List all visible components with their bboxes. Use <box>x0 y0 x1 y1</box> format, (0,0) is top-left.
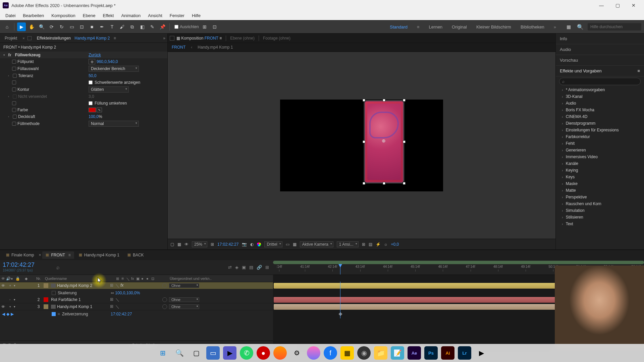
tl-btn[interactable]: ◈ <box>235 265 238 270</box>
menu-ansicht[interactable]: Ansicht <box>145 12 166 19</box>
tree-item[interactable]: Farbkorrektur <box>556 133 644 140</box>
res-icon[interactable]: ⊞ <box>211 242 214 247</box>
blend-dropdown[interactable]: Normal <box>89 121 139 127</box>
facebook-icon[interactable]: f <box>324 346 337 360</box>
notepad-icon[interactable]: 📝 <box>391 346 404 360</box>
invert-checkbox[interactable]: Füllung umkehren <box>89 101 127 106</box>
zoom-tool[interactable]: 🔍 <box>37 22 46 31</box>
resolution-dropdown[interactable]: Drittel <box>264 241 282 247</box>
maximize-button[interactable]: ▢ <box>610 0 625 11</box>
start-icon[interactable]: ⊞ <box>156 346 169 360</box>
tree-item[interactable]: Keys <box>556 174 644 180</box>
menu-bearbeiten[interactable]: Bearbeiten <box>19 12 47 19</box>
alpha-icon[interactable]: ▦ <box>177 242 181 247</box>
info-panel[interactable]: Info <box>556 34 644 44</box>
aftereffects-icon[interactable]: Ae <box>408 346 421 360</box>
help-search[interactable] <box>588 23 641 31</box>
layer-row[interactable]: 👁▾▾ 1 Handy.mp4 Komp 2 ⊞＼fx Ohne <box>0 282 273 289</box>
playhead[interactable] <box>340 264 340 275</box>
stopwatch-icon[interactable] <box>12 87 16 92</box>
timeline-tab[interactable]: Handy.mp4 Komp 1 <box>75 251 123 259</box>
ebene-tab[interactable]: Ebene (ohne) <box>230 36 255 41</box>
tree-item[interactable]: Einstellungen für Expressions <box>556 127 644 133</box>
zoom-dropdown[interactable]: 25% <box>192 241 207 247</box>
workspace-kleiner[interactable]: Kleiner Bildschirm <box>476 24 511 29</box>
tree-item[interactable]: Immersives Video <box>556 154 644 160</box>
effects-search[interactable]: ⌕ <box>559 78 641 85</box>
panel-menu-icon[interactable]: » <box>163 36 165 41</box>
stopwatch-icon[interactable] <box>12 60 16 64</box>
tolerance-value[interactable]: 50,0 <box>89 73 96 78</box>
snap-icon[interactable]: ⊞ <box>200 22 209 31</box>
projekt-tab[interactable]: Projekt <box>2 35 20 42</box>
timecode-display[interactable]: 17:02:42:27 <box>217 242 238 247</box>
color-mgmt-icon[interactable] <box>257 242 261 246</box>
eyedropper-icon[interactable]: ✎ <box>97 108 102 112</box>
preview-panel[interactable]: Vorschau <box>556 55 644 66</box>
mask-icon[interactable]: ▢ <box>170 242 174 247</box>
color-swatch[interactable] <box>89 108 96 112</box>
tree-item[interactable]: Kanäle <box>556 160 644 167</box>
app-icon[interactable]: ▶ <box>223 346 236 360</box>
type-tool[interactable]: T <box>108 22 116 31</box>
hand-tool[interactable]: ✋ <box>27 22 36 31</box>
fast-icon[interactable]: ⚡ <box>376 242 381 247</box>
lock-icon[interactable] <box>28 36 32 40</box>
app-icon[interactable]: ▶ <box>475 346 488 360</box>
menu-hilfe[interactable]: Hilfe <box>189 12 204 19</box>
stopwatch-icon[interactable] <box>52 312 56 316</box>
stopwatch-icon[interactable] <box>12 101 16 105</box>
pen-tool[interactable]: ✒ <box>98 22 106 31</box>
eraser-tool[interactable]: ◧ <box>138 22 147 31</box>
tree-item[interactable]: * Animationsvorgaben <box>556 86 644 93</box>
views-dropdown[interactable]: 1 Ansi... <box>337 241 359 247</box>
selection-tool[interactable]: ▶ <box>17 22 26 31</box>
messenger-icon[interactable] <box>307 346 320 360</box>
stopwatch-icon[interactable] <box>13 74 17 78</box>
layer-property[interactable]: ◀◆▶ ⌗Zeitverzerrung 17:02:42:27 <box>0 310 273 317</box>
crumb-handy[interactable]: Handy.mp4 Komp 1 <box>198 45 233 50</box>
lock-icon[interactable] <box>170 36 174 41</box>
explorer-icon[interactable]: ▭ <box>206 346 220 360</box>
current-timecode[interactable]: 17:02:42:27 <box>3 261 51 268</box>
layer-search[interactable] <box>61 265 95 270</box>
menu-ebene[interactable]: Ebene <box>79 12 99 19</box>
exposure-value[interactable]: +0,0 <box>391 242 399 247</box>
firefox-icon[interactable] <box>273 346 287 360</box>
stopwatch-icon[interactable] <box>52 291 56 295</box>
app-icon[interactable]: ⚙ <box>290 346 304 360</box>
tree-item[interactable]: Rauschen und Korn <box>556 200 644 207</box>
menu-datei[interactable]: Datei <box>2 12 19 19</box>
3d-icon[interactable]: 👁 <box>184 242 189 247</box>
workspace-standard[interactable]: Standard <box>390 24 408 29</box>
tree-item[interactable]: 3D-Kanal <box>556 93 644 100</box>
lightroom-icon[interactable]: Lr <box>458 346 471 360</box>
brush-tool[interactable]: 🖌 <box>118 22 126 31</box>
camera-tool[interactable]: ▭ <box>67 22 76 31</box>
tree-item[interactable]: Matte <box>556 187 644 194</box>
tree-item[interactable]: Dienstprogramm <box>556 120 644 127</box>
tree-item[interactable]: Text <box>556 221 644 227</box>
camera-dropdown[interactable]: Aktive Kamera <box>300 241 333 247</box>
menu-animation[interactable]: Animation <box>118 12 144 19</box>
close-button[interactable]: ✕ <box>626 0 641 11</box>
stopwatch-icon[interactable] <box>12 122 16 126</box>
tl-btn[interactable]: ⊞ <box>265 265 269 270</box>
tl-btn[interactable]: ▤ <box>249 265 253 270</box>
crosshair-icon[interactable]: ⊕ <box>89 59 95 64</box>
exposure-icon[interactable]: ☼ <box>384 242 388 247</box>
parent-dropdown[interactable]: Ohne <box>169 283 199 288</box>
roto-tool[interactable]: ✎ <box>148 22 157 31</box>
contour-dropdown[interactable]: Glätten <box>89 86 129 93</box>
pickwhip-icon[interactable] <box>162 283 167 288</box>
pixel-icon[interactable]: ▤ <box>369 242 372 247</box>
tree-item[interactable]: Boris FX Mocha <box>556 107 644 113</box>
audio-panel[interactable]: Audio <box>556 44 644 55</box>
tl-btn[interactable]: ⇄ <box>228 265 232 270</box>
shape-tool[interactable]: ■ <box>88 22 96 31</box>
tree-item[interactable]: Keying <box>556 167 644 174</box>
snapshot-icon[interactable]: 📷 <box>242 242 247 247</box>
ausrichten-checkbox[interactable]: Ausrichten <box>174 24 199 29</box>
menu-komposition[interactable]: Komposition <box>48 12 79 19</box>
keyframe-icon[interactable] <box>338 312 342 316</box>
